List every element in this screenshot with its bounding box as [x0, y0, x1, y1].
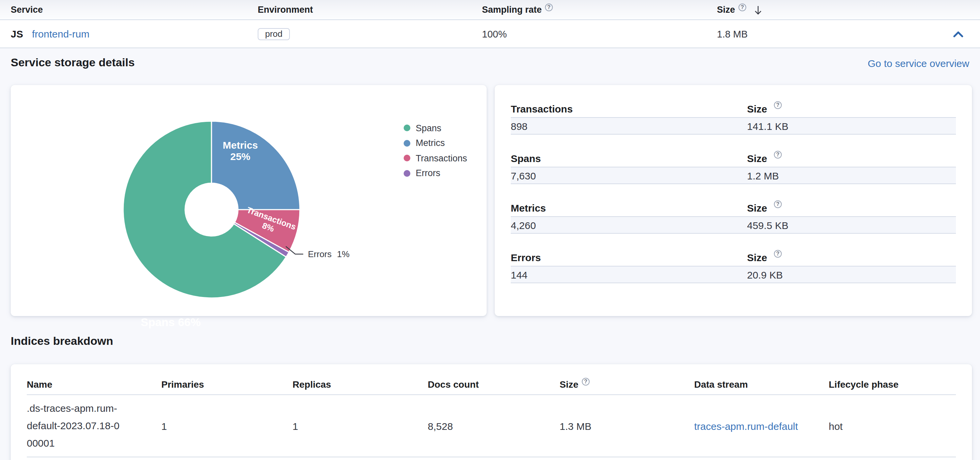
column-header-environment[interactable]: Environment	[258, 5, 482, 15]
service-row-frontend-rum: JS frontend-rum prod 100% 1.8 MB	[0, 20, 980, 48]
group-label: Transactions	[511, 103, 747, 115]
index-primaries: 1	[161, 420, 293, 431]
legend-dot-spans	[404, 125, 410, 132]
group-label: Spans	[511, 153, 747, 164]
help-icon[interactable]: ?	[774, 150, 782, 158]
environment-badge: prod	[258, 28, 290, 40]
storage-group-spans: Spans Size ? 7,630 1.2 MB	[511, 150, 956, 184]
column-header-lifecycle-phase: Lifecycle phase	[829, 379, 956, 389]
size-value: 1.8 MB	[717, 29, 947, 39]
service-cell: JS frontend-rum	[11, 28, 258, 40]
legend-dot-metrics	[404, 140, 410, 146]
index-lifecycle-phase: hot	[829, 420, 956, 431]
index-docs-count: 8,528	[428, 420, 560, 431]
svg-text:?: ?	[741, 4, 744, 10]
storage-group-transactions: Transactions Size ? 898 141.1 KB	[511, 100, 956, 135]
storage-group-errors: Errors Size ? 144 20.9 KB	[511, 249, 956, 283]
service-table: Service Environment Sampling rate ? Size…	[0, 0, 980, 48]
group-size-header: Size ?	[747, 202, 956, 213]
column-header-sampling-rate[interactable]: Sampling rate ?	[482, 5, 717, 15]
svg-text:?: ?	[776, 250, 780, 256]
size-value: 20.9 KB	[747, 269, 956, 280]
help-icon[interactable]: ?	[582, 377, 590, 385]
service-name-link[interactable]: frontend-rum	[32, 28, 90, 40]
help-icon[interactable]: ?	[545, 3, 553, 11]
column-header-service[interactable]: Service	[11, 5, 258, 15]
storage-sizes-card: Transactions Size ? 898 141.1 KB Spans S…	[495, 85, 972, 316]
donut-chart	[11, 85, 487, 316]
indices-table-header: Name Primaries Replicas Docs count Size …	[27, 374, 956, 395]
slice-label-spans: Spans 66%	[141, 316, 201, 329]
indices-breakdown-card: Name Primaries Replicas Docs count Size …	[11, 364, 972, 460]
storage-details-title: Service storage details	[11, 56, 135, 70]
storage-explorer-page: Service Environment Sampling rate ? Size…	[0, 0, 980, 460]
column-header-size: Size ?	[560, 379, 694, 389]
group-values-row: 4,260 459.5 KB	[511, 217, 956, 234]
indices-breakdown-title: Indices breakdown	[11, 335, 113, 348]
group-label: Metrics	[511, 202, 747, 213]
doc-count: 898	[511, 120, 747, 132]
column-header-size-sorted[interactable]: Size ?	[717, 5, 947, 15]
group-label: Errors	[511, 252, 747, 263]
sampling-rate-value: 100%	[482, 29, 717, 39]
svg-text:?: ?	[776, 151, 780, 157]
legend-item-transactions[interactable]: Transactions	[404, 151, 467, 166]
legend-item-spans[interactable]: Spans	[404, 121, 467, 135]
legend-dot-errors	[404, 170, 410, 177]
donut-slice-metrics[interactable]	[212, 121, 300, 210]
chevron-up-icon	[953, 30, 963, 37]
svg-text:?: ?	[776, 201, 780, 207]
storage-donut-card: Metrics 25% Spans 66% Transactions 8% Er…	[11, 85, 487, 316]
index-name: .ds-traces-apm.rum-default-2023.07.18-00…	[27, 400, 122, 452]
column-header-docs-count: Docs count	[428, 379, 560, 389]
collapse-row-button[interactable]	[950, 26, 966, 42]
storage-group-metrics: Metrics Size ? 4,260 459.5 KB	[511, 199, 956, 234]
help-icon[interactable]: ?	[774, 250, 782, 258]
legend-item-errors[interactable]: Errors	[404, 166, 467, 181]
column-header-name: Name	[27, 379, 161, 389]
svg-text:?: ?	[547, 4, 551, 10]
help-icon[interactable]: ?	[738, 3, 746, 11]
doc-count: 4,260	[511, 219, 747, 231]
storage-details-header-row: Service storage details Go to service ov…	[11, 56, 969, 70]
size-value: 1.2 MB	[747, 170, 956, 181]
group-values-row: 7,630 1.2 MB	[511, 167, 956, 184]
size-value: 141.1 KB	[747, 120, 956, 132]
doc-count: 144	[511, 269, 747, 280]
column-header-data-stream: Data stream	[694, 379, 829, 389]
legend-dot-transactions	[404, 155, 410, 162]
group-values-row: 144 20.9 KB	[511, 266, 956, 283]
group-values-row: 898 141.1 KB	[511, 118, 956, 135]
help-icon[interactable]: ?	[774, 101, 782, 109]
svg-text:?: ?	[776, 102, 780, 107]
go-to-service-overview-link[interactable]: Go to service overview	[868, 57, 969, 68]
slice-label-errors: Errors 1%	[308, 249, 349, 259]
chart-legend: Spans Metrics Transactions Errors	[404, 121, 467, 181]
group-size-header: Size ?	[747, 103, 956, 115]
group-size-header: Size ?	[747, 252, 956, 263]
index-replicas: 1	[293, 420, 428, 431]
data-stream-link[interactable]: traces-apm.rum-default	[694, 420, 829, 431]
index-row: .ds-traces-apm.rum-default-2023.07.18-00…	[27, 395, 956, 457]
index-size: 1.3 MB	[560, 420, 694, 431]
javascript-agent-icon: JS	[11, 28, 24, 40]
column-header-primaries: Primaries	[161, 379, 293, 389]
size-value: 459.5 KB	[747, 219, 956, 231]
group-size-header: Size ?	[747, 153, 956, 164]
service-table-header: Service Environment Sampling rate ? Size…	[0, 0, 980, 20]
help-icon[interactable]: ?	[774, 200, 782, 208]
sort-desc-icon	[754, 5, 762, 14]
doc-count: 7,630	[511, 170, 747, 181]
column-header-replicas: Replicas	[293, 379, 428, 389]
svg-text:?: ?	[584, 378, 587, 384]
legend-item-metrics[interactable]: Metrics	[404, 135, 467, 151]
